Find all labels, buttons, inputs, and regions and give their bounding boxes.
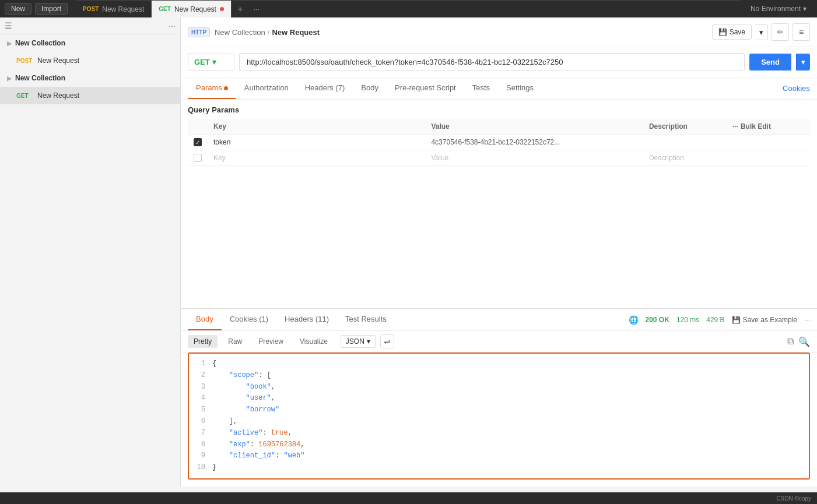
sidebar-item-get-request[interactable]: GET New Request (0, 87, 180, 104)
collection-arrow-icon: ▶ (7, 40, 12, 47)
cookies-link[interactable]: Cookies (783, 84, 810, 93)
tab-params[interactable]: Params (188, 77, 236, 99)
format-preview-button[interactable]: Preview (253, 335, 289, 348)
bulk-edit-button[interactable]: ··· Bulk Edit (732, 122, 804, 131)
empty-key-placeholder: Key (213, 154, 226, 162)
empty-value-cell[interactable]: Value (425, 150, 643, 166)
code-content: 12345 678910 { "scope": [ "book", "user"… (189, 354, 809, 478)
params-spacer (181, 166, 817, 308)
save-button[interactable]: 💾 Save (712, 24, 752, 40)
tab-pre-request-script[interactable]: Pre-request Script (387, 77, 464, 99)
tab-pre-request-label: Pre-request Script (395, 83, 456, 92)
tab-get-new-request[interactable]: GET New Request (152, 1, 232, 17)
sidebar-method-post: POST (16, 58, 34, 64)
col-key: Key (208, 119, 425, 135)
tab-settings[interactable]: Settings (498, 77, 542, 99)
tab-authorization[interactable]: Authorization (236, 77, 297, 99)
sidebar-more-icon[interactable]: ··· (169, 21, 176, 30)
tab-post-new-request[interactable]: POST New Request (76, 1, 152, 17)
method-selector[interactable]: GET ▾ (188, 54, 234, 71)
search-icon-button[interactable]: 🔍 (798, 336, 810, 347)
env-selector[interactable]: No Environment ▾ (745, 5, 812, 13)
globe-icon: 🌐 (629, 315, 639, 325)
resp-tab-headers[interactable]: Headers (11) (276, 309, 337, 330)
response-section: Body Cookies (1) Headers (11) Test Resul… (181, 308, 817, 487)
http-badge: HTTP (188, 27, 210, 37)
method-chevron-icon: ▾ (212, 58, 216, 66)
tab-settings-label: Settings (506, 83, 534, 92)
bulk-more-icon: ··· (732, 122, 738, 131)
response-more-icon[interactable]: ··· (804, 316, 810, 324)
response-body-bar: Pretty Raw Preview Visualize JSON ▾ ⇌ ⧉ … (181, 331, 817, 353)
tab-method-get: GET (159, 6, 171, 12)
sidebar-item-post-request[interactable]: POST New Request (0, 52, 180, 69)
new-tab-button[interactable]: + (232, 4, 248, 15)
tab-headers[interactable]: Headers (7) (297, 77, 353, 99)
code-lines: { "scope": [ "book", "user", "borrow" ],… (212, 358, 809, 474)
tab-name-post: New Request (102, 5, 144, 13)
save-icon: 💾 (718, 28, 727, 36)
row-desc-cell[interactable] (643, 135, 727, 150)
header-actions: 💾 Save ▾ ✏ ≡ (712, 23, 810, 41)
resp-tab-cookies-label: Cookies (1) (230, 315, 268, 323)
tab-method-post: POST (83, 6, 99, 12)
resp-tab-body[interactable]: Body (188, 309, 222, 330)
sidebar: ☰ ··· ▶ New Collection POST New Request … (0, 17, 181, 487)
send-button[interactable]: Send (749, 54, 791, 71)
comment-icon-button[interactable]: ≡ (793, 23, 810, 41)
empty-checkbox[interactable] (194, 154, 202, 162)
request-header: HTTP New Collection / New Request 💾 Save… (181, 17, 817, 47)
top-bar: New Import POST New Request GET New Requ… (0, 0, 817, 17)
col-description: Description (643, 119, 727, 135)
resp-tab-cookies[interactable]: Cookies (1) (222, 309, 276, 330)
send-dropdown-button[interactable]: ▾ (796, 54, 810, 71)
breadcrumb-separator: / (268, 28, 270, 37)
tab-headers-label: Headers (7) (305, 83, 345, 92)
params-dot (224, 86, 228, 90)
resp-tab-test-results[interactable]: Test Results (337, 309, 395, 330)
save-example-button[interactable]: 💾 Save as Example (732, 316, 797, 324)
row-checkbox[interactable] (194, 138, 202, 146)
url-input[interactable] (239, 53, 745, 71)
row-check-cell[interactable] (188, 135, 208, 150)
breadcrumb-collection[interactable]: New Collection (215, 28, 265, 37)
sidebar-request-name-get: New Request (37, 91, 79, 100)
json-chevron-icon: ▾ (367, 337, 370, 346)
table-row-empty: Key Value Description (188, 150, 810, 166)
tab-authorization-label: Authorization (244, 83, 289, 92)
tab-tests-label: Tests (472, 83, 490, 92)
sidebar-item-collection-2[interactable]: ▶ New Collection (0, 69, 180, 87)
response-size: 429 B (706, 316, 724, 324)
col-check (188, 119, 208, 135)
collection-name-2: New Collection (15, 74, 65, 82)
collection-name-1: New Collection (15, 39, 65, 47)
resp-tab-headers-label: Headers (11) (285, 315, 329, 323)
import-button[interactable]: Import (35, 3, 68, 15)
sidebar-method-get: GET (16, 93, 34, 99)
row-value-cell[interactable]: 4c370546-f538-4b21-bc12-0322152c72... (425, 135, 643, 150)
line-numbers: 12345 678910 (189, 358, 212, 474)
sidebar-menu-icon[interactable]: ☰ (5, 21, 12, 30)
save-dropdown-button[interactable]: ▾ (755, 24, 768, 40)
tab-tests[interactable]: Tests (464, 77, 498, 99)
format-raw-button[interactable]: Raw (222, 335, 248, 348)
main-layout: ☰ ··· ▶ New Collection POST New Request … (0, 17, 817, 487)
tab-unsaved-dot (220, 7, 224, 11)
wrap-lines-button[interactable]: ⇌ (380, 334, 394, 348)
empty-desc-placeholder: Description (649, 154, 684, 162)
json-format-selector[interactable]: JSON ▾ (341, 335, 376, 348)
save-label: Save (730, 28, 745, 36)
empty-key-cell[interactable]: Key (208, 150, 425, 166)
request-tabs: Params Authorization Headers (7) Body Pr… (181, 77, 817, 100)
empty-desc-cell[interactable]: Description (643, 150, 727, 166)
tab-more-button[interactable]: ··· (248, 5, 264, 13)
empty-bulk-cell (727, 150, 810, 166)
tab-body[interactable]: Body (353, 77, 387, 99)
format-visualize-button[interactable]: Visualize (294, 335, 334, 348)
format-pretty-button[interactable]: Pretty (188, 335, 218, 348)
new-button[interactable]: New (5, 3, 31, 15)
sidebar-item-collection-1[interactable]: ▶ New Collection (0, 34, 180, 52)
copy-icon-button[interactable]: ⧉ (787, 336, 794, 347)
row-key-cell[interactable]: token (208, 135, 425, 150)
edit-icon-button[interactable]: ✏ (772, 23, 789, 41)
